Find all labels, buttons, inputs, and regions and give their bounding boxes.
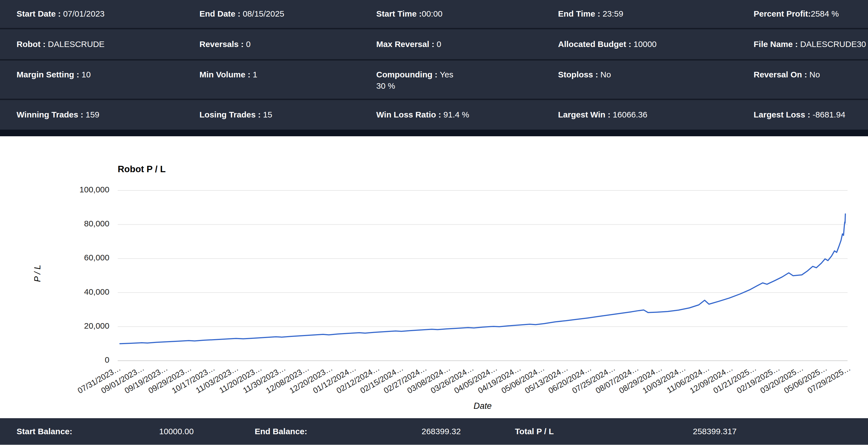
- end-balance-value: 268399.32: [422, 427, 461, 436]
- stat-value: 10: [82, 70, 91, 79]
- y-tick-label: 60,000: [35, 253, 110, 262]
- stat-cell: End Date : 08/15/2025: [199, 8, 376, 20]
- stats-row-settings: Margin Setting : 10 Min Volume : 1 Compo…: [0, 61, 868, 99]
- stat-value: 2584 %: [811, 9, 839, 18]
- y-tick-label: 80,000: [35, 219, 110, 228]
- stat-label: Start Time :: [376, 9, 422, 18]
- stat-cell: Win Loss Ratio : 91.4 %: [376, 109, 558, 120]
- stat-value: 16066.36: [613, 110, 647, 119]
- plot-area: [118, 190, 847, 361]
- stat-value: 08/15/2025: [243, 9, 284, 18]
- stat-value: DALESCRUDE: [48, 39, 104, 49]
- stat-label: Reversal On :: [754, 70, 809, 79]
- stat-cell: Reversals : 0: [199, 39, 376, 50]
- stat-cell: Losing Trades : 15: [199, 109, 376, 120]
- stat-label: Winning Trades :: [17, 110, 86, 119]
- stat-cell: Robot : DALESCRUDE: [17, 39, 199, 50]
- stat-value: 1: [253, 70, 257, 79]
- stat-value: 159: [86, 110, 99, 119]
- pl-line: [120, 214, 845, 344]
- header-bottom-band: [0, 130, 868, 136]
- balance-footer: Start Balance: 10000.00 End Balance: 268…: [0, 418, 868, 445]
- stat-value: DALESCRUDE30: [800, 39, 866, 49]
- stat-value: 0: [436, 39, 441, 49]
- stat-label: File Name :: [754, 39, 800, 49]
- stat-label: Stoploss :: [558, 70, 600, 79]
- start-balance-value: 10000.00: [159, 427, 194, 436]
- stat-cell: Percent Profit:2584 %: [754, 8, 868, 20]
- stat-value: 91.4 %: [443, 110, 469, 119]
- stat-value: No: [809, 70, 820, 79]
- stat-value: 0: [246, 39, 251, 49]
- stat-label: Largest Win :: [558, 110, 613, 119]
- stat-label: Largest Loss :: [754, 110, 812, 119]
- stat-cell: Max Reversal : 0: [376, 39, 558, 50]
- stat-label: Min Volume :: [199, 70, 253, 79]
- stat-label: Reversals :: [199, 39, 246, 49]
- start-balance-label: Start Balance:: [17, 427, 72, 436]
- chart-title: Robot P / L: [118, 164, 166, 174]
- stats-row-dates: Start Date : 07/01/2023 End Date : 08/15…: [0, 0, 868, 28]
- stat-label: Robot :: [17, 39, 48, 49]
- stat-cell: Largest Loss : -8681.94: [754, 109, 868, 120]
- stat-cell: End Time : 23:59: [558, 8, 754, 20]
- stat-label: Allocated Budget :: [558, 39, 633, 49]
- stat-cell: Start Time :00:00: [376, 8, 558, 20]
- total-pl-label: Total P / L: [515, 427, 554, 436]
- stat-cell: Stoploss : No: [558, 69, 754, 81]
- stat-cell: Reversal On : No: [754, 69, 868, 81]
- stat-value: -8681.94: [812, 110, 845, 119]
- stat-label: Percent Profit:: [754, 9, 811, 18]
- stats-row-trades: Winning Trades : 159 Losing Trades : 15 …: [0, 100, 868, 130]
- stat-label: Start Date :: [17, 9, 63, 18]
- stats-row-robot: Robot : DALESCRUDE Reversals : 0 Max Rev…: [0, 29, 868, 59]
- y-tick-label: 40,000: [35, 287, 110, 297]
- x-axis-title: Date: [118, 401, 847, 411]
- y-axis-title: P / L: [33, 265, 42, 282]
- stat-cell: Compounding : Yes 30 %: [376, 69, 558, 91]
- stat-label: Max Reversal :: [376, 39, 436, 49]
- stat-label: Margin Setting :: [17, 70, 82, 79]
- stat-cell: Margin Setting : 10: [17, 69, 199, 81]
- pl-chart: Robot P / L P / L Date 020,00040,00060,0…: [0, 136, 868, 418]
- end-balance-label: End Balance:: [255, 427, 307, 436]
- stat-label: End Date :: [199, 9, 243, 18]
- stat-label: Losing Trades :: [199, 110, 263, 119]
- y-tick-label: 100,000: [35, 185, 110, 194]
- stat-label: Compounding :: [376, 70, 440, 79]
- stat-label: Win Loss Ratio :: [376, 110, 443, 119]
- stat-value: 10000: [633, 39, 656, 49]
- y-tick-label: 0: [35, 355, 110, 364]
- stat-cell: Winning Trades : 159: [17, 109, 199, 120]
- stat-cell: Start Date : 07/01/2023: [17, 8, 199, 20]
- stat-cell: Largest Win : 16066.36: [558, 109, 754, 120]
- stat-value: No: [600, 70, 611, 79]
- stat-cell: Allocated Budget : 10000: [558, 39, 754, 50]
- stat-cell: File Name : DALESCRUDE30: [754, 39, 868, 50]
- y-tick-label: 20,000: [35, 321, 110, 331]
- stat-value: 00:00: [422, 9, 442, 18]
- stat-label: End Time :: [558, 9, 602, 18]
- total-pl-value: 258399.317: [693, 427, 737, 436]
- stat-value: 15: [263, 110, 272, 119]
- stat-cell: Min Volume : 1: [199, 69, 376, 81]
- stat-value: 23:59: [602, 9, 623, 18]
- stat-value: 07/01/2023: [63, 9, 104, 18]
